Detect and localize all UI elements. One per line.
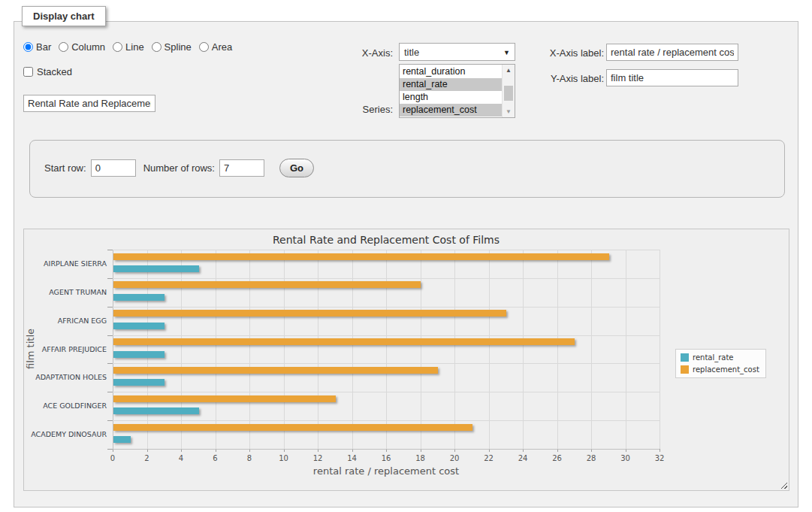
- series-option-length[interactable]: length: [400, 91, 502, 104]
- x-tick-label: 32: [647, 454, 672, 462]
- series-option-replacement-cost[interactable]: replacement_cost: [400, 104, 502, 117]
- chart-legend: rental_rate replacement_cost: [675, 349, 766, 378]
- scroll-down-icon[interactable]: ▼: [503, 106, 515, 117]
- bar-replacement_cost: [113, 395, 336, 402]
- go-button[interactable]: Go: [279, 159, 314, 177]
- category-boundary-line: [113, 307, 660, 308]
- series-option-rental-duration[interactable]: rental_duration: [400, 65, 502, 78]
- y-axis-label-input[interactable]: [606, 69, 738, 86]
- x-tick-mark: [660, 449, 660, 452]
- y-axis-label-label: Y-Axis label:: [510, 73, 604, 84]
- gridline: [284, 250, 285, 449]
- y-tick-mark: [107, 363, 113, 364]
- chart-type-spline[interactable]: Spline: [152, 41, 192, 53]
- chart-type-area-label: Area: [212, 41, 232, 53]
- y-category-label: ACADEMY DINOSAUR: [28, 430, 107, 439]
- x-tick-label: 24: [510, 454, 536, 462]
- x-axis-select[interactable]: title ▼: [399, 43, 515, 61]
- x-tick-label: 12: [305, 454, 331, 462]
- x-axis-label-input[interactable]: [606, 44, 738, 61]
- x-axis-selected-value: title: [404, 47, 510, 57]
- series-option-rental-rate[interactable]: rental_rate: [400, 78, 502, 91]
- bar-rental_rate: [113, 351, 165, 358]
- x-tick-label: 0: [100, 454, 125, 462]
- display-chart-panel: Display chart Bar Column Line Spline Are…: [14, 21, 798, 507]
- x-tick-label: 20: [442, 454, 467, 462]
- bar-replacement_cost: [113, 310, 506, 317]
- chevron-down-icon: ▼: [503, 49, 510, 56]
- chart-type-bar-label: Bar: [36, 41, 51, 53]
- gridline: [557, 250, 558, 449]
- y-category-label: AFFAIR PREJUDICE: [28, 345, 107, 354]
- gridline: [591, 250, 592, 449]
- x-tick-label: 26: [545, 454, 570, 462]
- legend-item-replacement-cost[interactable]: replacement_cost: [681, 365, 759, 374]
- row-range-box: Start row: Number of rows: Go: [29, 140, 785, 198]
- stacked-option[interactable]: Stacked: [23, 66, 72, 77]
- gridline: [249, 250, 250, 449]
- y-tick-mark: [107, 449, 113, 450]
- x-tick-label: 22: [476, 454, 502, 462]
- x-axis-select-label: X-Axis:: [339, 47, 393, 59]
- gridline: [421, 250, 421, 449]
- x-tick-label: 10: [271, 454, 297, 462]
- y-tick-mark: [107, 278, 113, 279]
- y-tick-mark: [107, 250, 113, 250]
- rental-rate-swatch-icon: [681, 353, 689, 362]
- gridline: [523, 250, 524, 449]
- legend-label-rental-rate: rental_rate: [693, 353, 734, 362]
- chart-title-input[interactable]: [23, 95, 155, 112]
- legend-label-replacement-cost: replacement_cost: [693, 365, 759, 374]
- chart-type-area[interactable]: Area: [199, 41, 232, 53]
- gridline: [454, 250, 455, 449]
- chart-type-bar[interactable]: Bar: [23, 41, 51, 53]
- category-boundary-line: [113, 278, 660, 279]
- bar-rental_rate: [113, 265, 199, 272]
- resize-handle[interactable]: [779, 480, 787, 489]
- chart-type-column-label: Column: [71, 41, 105, 53]
- bar-replacement_cost: [113, 424, 472, 431]
- y-category-label: ACE GOLDFINGER: [28, 401, 107, 411]
- gridline: [352, 250, 353, 449]
- x-tick-label: 4: [168, 454, 194, 462]
- scrollbar-thumb[interactable]: [504, 86, 513, 101]
- gridline: [626, 250, 626, 449]
- y-category-label: AFRICAN EGG: [28, 317, 107, 326]
- chart-title: Rental Rate and Replacement Cost of Film…: [113, 234, 660, 246]
- gridline: [147, 250, 148, 449]
- x-tick-label: 18: [408, 454, 433, 462]
- y-axis-line: [113, 250, 113, 449]
- start-row-input[interactable]: [91, 159, 136, 177]
- x-axis-line: [113, 449, 660, 450]
- category-boundary-line: [113, 392, 660, 392]
- chart-type-spline-radio[interactable]: [152, 42, 161, 52]
- x-tick-label: 6: [203, 454, 228, 462]
- chart-x-axis-title: rental rate / replacement cost: [113, 465, 660, 477]
- number-of-rows-input[interactable]: [219, 159, 264, 177]
- stacked-checkbox[interactable]: [23, 67, 33, 77]
- gridline: [181, 250, 182, 449]
- y-tick-mark: [107, 392, 113, 392]
- legend-item-rental-rate[interactable]: rental_rate: [681, 353, 759, 362]
- series-options: rental_duration rental_rate length repla…: [400, 65, 502, 117]
- chart-type-column-radio[interactable]: [59, 42, 68, 52]
- category-boundary-line: [113, 250, 660, 250]
- start-row-label: Start row:: [44, 162, 86, 174]
- chart-type-bar-radio[interactable]: [23, 42, 33, 52]
- chart-type-area-radio[interactable]: [199, 42, 209, 52]
- chart-type-column[interactable]: Column: [59, 41, 105, 53]
- bar-replacement_cost: [113, 281, 421, 288]
- chart-type-line-label: Line: [125, 41, 144, 53]
- gridline: [216, 250, 216, 449]
- y-category-label: AGENT TRUMAN: [28, 288, 107, 297]
- chart-type-line[interactable]: Line: [113, 41, 144, 53]
- chart-type-spline-label: Spline: [165, 41, 192, 53]
- y-tick-mark: [107, 335, 113, 336]
- bar-replacement_cost: [113, 367, 438, 374]
- bar-rental_rate: [113, 294, 165, 301]
- gridline: [386, 250, 387, 449]
- series-multiselect[interactable]: rental_duration rental_rate length repla…: [399, 64, 515, 118]
- panel-title: Display chart: [22, 6, 106, 26]
- x-tick-label: 2: [134, 454, 160, 462]
- chart-type-line-radio[interactable]: [113, 42, 122, 52]
